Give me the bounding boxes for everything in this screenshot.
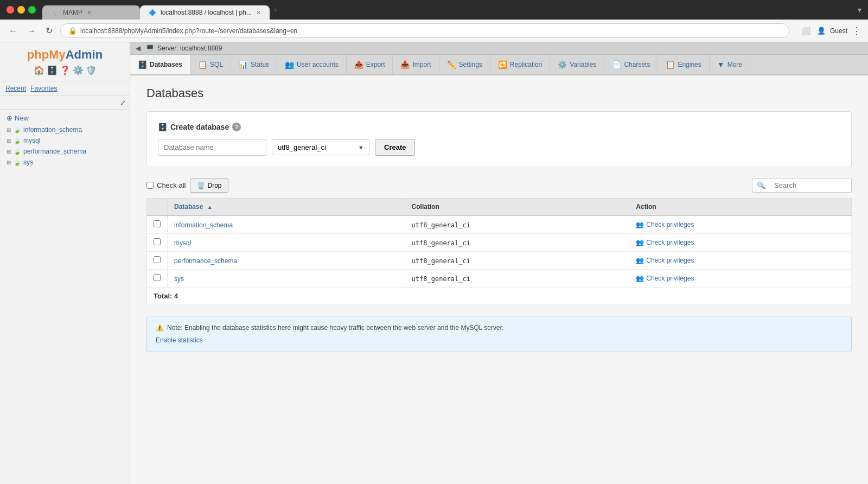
row-checkbox[interactable]	[154, 256, 161, 263]
tab-engines-label: Engines	[678, 61, 701, 68]
help-icon[interactable]: ?	[232, 123, 241, 131]
databases-table: Database ▲ Collation Action	[146, 198, 852, 305]
drop-button[interactable]: 🗑️ Drop	[190, 179, 228, 193]
home-icon[interactable]: 🏠	[34, 65, 44, 75]
db-name-link[interactable]: mysql	[174, 239, 191, 247]
sidebar-toggle-button[interactable]: ◀	[136, 44, 141, 52]
logo-php: php	[27, 48, 49, 61]
tab-replication[interactable]: 🔁 Replication	[490, 55, 550, 74]
new-database-button[interactable]: ⊕ New	[0, 112, 130, 124]
db-name-link[interactable]: sys	[174, 275, 184, 283]
database-icon[interactable]: 🗄️	[47, 65, 58, 75]
sidebar-collapse-button[interactable]: ⤢	[120, 98, 126, 107]
expand-icon: ⊞	[7, 149, 11, 155]
tab-user-accounts[interactable]: 👥 User accounts	[277, 55, 347, 74]
page-title: Databases	[146, 86, 852, 100]
actions-left: Check all 🗑️ Drop	[146, 179, 228, 193]
engines-tab-icon: 📋	[666, 60, 675, 69]
collation-value: utf8_general_ci	[412, 221, 470, 229]
tab-mamp-close[interactable]: ✕	[87, 9, 92, 16]
row-checkbox[interactable]	[154, 220, 161, 227]
database-actions-bar: Check all 🗑️ Drop 🔍	[146, 178, 852, 193]
sidebar-item-mysql[interactable]: ⊞ 🍃 mysql	[0, 135, 130, 146]
create-button[interactable]: Create	[375, 139, 415, 156]
database-name-input[interactable]	[158, 139, 266, 156]
tab-settings[interactable]: ✏️ Settings	[439, 55, 490, 74]
help-icon[interactable]: ❓	[60, 65, 71, 75]
forward-button[interactable]: →	[25, 24, 38, 38]
tab-replication-label: Replication	[510, 61, 542, 68]
window-minimize-icon[interactable]: ▾	[858, 5, 861, 14]
close-button[interactable]	[7, 6, 14, 14]
tab-charsets[interactable]: 📄 Charsets	[604, 55, 658, 74]
col-action: Action	[629, 199, 852, 216]
create-database-form: utf8_general_ci utf8mb4_general_ci latin…	[158, 139, 840, 156]
tab-export[interactable]: 📤 Export	[347, 55, 393, 74]
refresh-button[interactable]: ↻	[43, 23, 55, 38]
tab-pma-close[interactable]: ✕	[256, 9, 261, 16]
col-action-label: Action	[636, 203, 656, 211]
sidebar-item-performance-schema[interactable]: ⊞ 🍃 performance_schema	[0, 146, 130, 157]
check-privileges-link[interactable]: 👥 Check privileges	[636, 257, 845, 264]
pma-logo: phpMyAdmin	[27, 48, 103, 62]
row-collation: utf8_general_ci	[405, 215, 629, 234]
col-database[interactable]: Database ▲	[168, 199, 405, 216]
row-checkbox-cell	[147, 270, 168, 288]
tab-sql[interactable]: 📋 SQL	[190, 55, 231, 74]
tab-variables[interactable]: ⚙️ Variables	[550, 55, 604, 74]
url-bar[interactable]: 🔒 localhost:8888/phpMyAdmin5/index.php?r…	[60, 23, 789, 38]
col-collation: Collation	[405, 199, 629, 216]
row-checkbox[interactable]	[154, 274, 161, 281]
table-row: sys utf8_general_ci 👥 Check privileges	[147, 270, 852, 288]
sidebar-item-information-schema[interactable]: ⊞ 🍃 information_schema	[0, 124, 130, 135]
tab-phpmyadmin[interactable]: 🔷 localhost:8888 / localhost | ph... ✕	[140, 5, 270, 20]
back-button[interactable]: ←	[7, 24, 20, 38]
row-action: 👥 Check privileges	[629, 234, 852, 252]
check-all-checkbox[interactable]	[146, 182, 154, 189]
table-row: mysql utf8_general_ci 👥 Check privileges	[147, 234, 852, 252]
db-name-link[interactable]: performance_schema	[174, 257, 237, 265]
expand-icon: ⊞	[7, 160, 11, 165]
db-label: information_schema	[23, 126, 82, 133]
guest-label: Guest	[830, 27, 847, 35]
collation-select[interactable]: utf8_general_ci utf8mb4_general_ci latin…	[272, 139, 369, 155]
db-label: sys	[23, 158, 33, 166]
check-privileges-link[interactable]: 👥 Check privileges	[636, 239, 845, 246]
expand-icon: ⊞	[7, 127, 11, 133]
recent-button[interactable]: Recent	[5, 85, 26, 92]
maximize-button[interactable]	[28, 6, 36, 14]
pma-icon[interactable]: 🛡️	[86, 65, 97, 75]
sidebar: phpMyAdmin 🏠 🗄️ ❓ ⚙️ 🛡️ Recent Favorites…	[0, 42, 130, 484]
check-privileges-link[interactable]: 👥 Check privileges	[636, 221, 845, 228]
row-checkbox[interactable]	[154, 238, 161, 245]
create-database-header: 🗄️ Create database ?	[158, 123, 840, 131]
row-collation: utf8_general_ci	[405, 270, 629, 288]
sidebar-item-sys[interactable]: ⊞ 🍃 sys	[0, 157, 130, 168]
row-db-name: mysql	[168, 234, 405, 252]
search-box: 🔍	[752, 178, 852, 193]
row-checkbox-cell	[147, 215, 168, 234]
page-content: Databases 🗄️ Create database ? utf8_gene…	[130, 75, 868, 484]
new-tab-button[interactable]: +	[273, 5, 279, 20]
check-all-label[interactable]: Check all	[146, 181, 186, 189]
enable-statistics-link[interactable]: Enable statistics	[156, 336, 203, 344]
server-icon: 🖥️	[146, 44, 154, 52]
tab-more[interactable]: ▼ More	[710, 55, 750, 74]
server-bar: ◀ 🖥️ Server: localhost:8889	[130, 42, 868, 55]
tab-databases[interactable]: 🗄️ Databases	[130, 55, 190, 75]
search-input[interactable]	[770, 179, 851, 192]
row-action: 👥 Check privileges	[629, 270, 852, 288]
tab-mamp[interactable]: 🐘 MAMP ✕	[42, 5, 140, 20]
tab-status[interactable]: 📊 Status	[231, 55, 277, 74]
minimize-button[interactable]	[17, 6, 25, 14]
tab-import[interactable]: 📥 Import	[393, 55, 439, 74]
browser-menu-button[interactable]: ⋮	[852, 25, 861, 37]
db-name-link[interactable]: information_schema	[174, 221, 233, 229]
favorites-button[interactable]: Favorites	[30, 85, 57, 92]
check-privileges-link[interactable]: 👥 Check privileges	[636, 275, 845, 282]
cast-icon[interactable]: ⬜	[799, 24, 813, 37]
tab-engines[interactable]: 📋 Engines	[658, 55, 709, 74]
settings-icon[interactable]: ⚙️	[73, 65, 84, 75]
sidebar-icon-bar: 🏠 🗄️ ❓ ⚙️ 🛡️	[34, 65, 97, 75]
db-label: mysql	[23, 137, 40, 144]
